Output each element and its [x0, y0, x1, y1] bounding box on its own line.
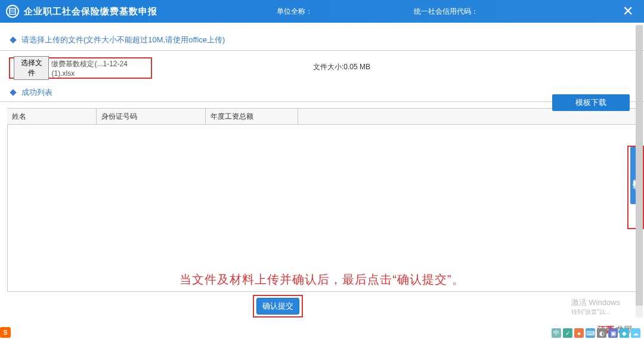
windows-activation-watermark: 激活 Windows 转到"设置"以...	[571, 297, 620, 316]
col-salary: 年度工资总额	[206, 109, 298, 124]
template-download-button[interactable]: 模板下载	[552, 94, 630, 111]
tray-icon[interactable]: ▣	[608, 328, 618, 338]
close-icon[interactable]: ✕	[618, 4, 638, 19]
page-title: 企业职工社会保险缴费基数申报	[24, 6, 157, 17]
diamond-icon	[10, 89, 16, 95]
credit-code-label: 统一社会信用代码：	[414, 7, 478, 17]
taskbar-s-icon[interactable]: S	[0, 327, 11, 338]
page-header: 企业职工社会保险缴费基数申报 单位全称： 统一社会信用代码： ✕	[0, 0, 644, 23]
tray-icon[interactable]: 中	[552, 328, 561, 338]
section-success-label: 成功列表	[21, 87, 52, 98]
tray-icon[interactable]: ◐	[597, 328, 606, 338]
tray-icon[interactable]: ⌨	[586, 328, 595, 338]
diamond-icon	[10, 36, 16, 43]
tray-icon[interactable]: ●	[574, 328, 584, 338]
tray-icon[interactable]: ☁	[631, 328, 640, 338]
submit-highlight: 确认提交	[253, 295, 303, 318]
instruction-text: 当文件及材料上传并确认后，最后点击“确认提交”。	[0, 272, 644, 288]
tray-icon[interactable]: ✓	[563, 328, 572, 338]
col-idcard: 身份证号码	[97, 109, 206, 124]
win-line2: 转到"设置"以...	[571, 308, 620, 316]
tray-icon[interactable]: ◆	[620, 328, 629, 338]
section-upload-header: 请选择上传的文件(文件大小不能超过10M,请使用office上传)	[0, 30, 644, 51]
vertical-scrollbar[interactable]	[636, 25, 643, 318]
win-line1: 激活 Windows	[571, 297, 620, 308]
col-name: 姓名	[7, 109, 97, 124]
selected-filename: 缴费基数核定(...1-12-24 (1).xlsx	[51, 59, 147, 78]
svg-rect-0	[10, 8, 16, 14]
unit-label: 单位全称：	[277, 7, 312, 17]
section-success-header: 成功列表	[0, 84, 644, 102]
choose-file-button[interactable]: 选择文件	[14, 56, 49, 80]
app-icon	[6, 5, 19, 18]
confirm-submit-button[interactable]: 确认提交	[256, 298, 299, 315]
system-tray: 中 ✓ ● ⌨ ◐ ▣ ◆ ☁	[552, 328, 640, 338]
scrollbar-thumb[interactable]	[636, 25, 643, 306]
file-upload-box: 选择文件 缴费基数核定(...1-12-24 (1).xlsx	[9, 57, 152, 79]
header-info: 单位全称： 统一社会信用代码：	[277, 7, 478, 17]
table-header-row: 姓名 身份证号码 年度工资总额	[7, 108, 637, 125]
file-size-text: 文件大小:0.05 MB	[313, 62, 370, 72]
section-upload-label: 请选择上传的文件(文件大小不能超过10M,请使用office上传)	[21, 35, 225, 45]
table-body	[7, 125, 637, 292]
